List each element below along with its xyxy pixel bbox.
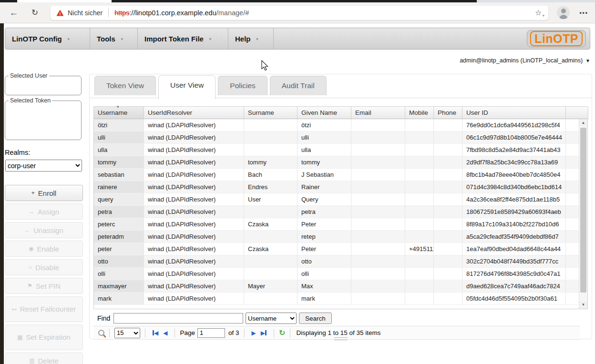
assign-button[interactable]: ↔Assign (5, 203, 83, 220)
cell-resolver: winad (LDAPIdResolver) (144, 218, 244, 231)
column-header-useridresolver[interactable]: UserIdResolver (144, 107, 244, 119)
search-icon[interactable] (98, 330, 104, 336)
cell-phone (434, 144, 462, 156)
next-page-icon[interactable]: ▶ (252, 330, 256, 336)
search-field-select[interactable]: Username (246, 313, 297, 324)
table-row[interactable]: maxmayerwinad (LDAPIdResolver)MayerMaxd9… (94, 280, 587, 293)
table-row[interactable]: petercwinad (LDAPIdResolver)CzaskaPeter8… (94, 218, 587, 231)
set-expiration-button[interactable]: ▦Set Expiration (5, 324, 83, 350)
column-header-phone[interactable]: Phone (434, 107, 462, 119)
cell-email (351, 156, 405, 169)
scroll-up-icon[interactable]: ▲ (579, 119, 587, 127)
table-row[interactable]: peteradmwinad (LDAPIdResolver)retepa5ca2… (94, 231, 587, 243)
cell-phone (434, 293, 462, 305)
cell-email (351, 268, 405, 280)
user-table: Username▾UserIdResolverSurnameGiven Name… (93, 106, 588, 309)
reload-icon[interactable]: ↻ (29, 8, 41, 18)
page-size-select[interactable]: 15 (114, 328, 140, 338)
column-header-empty[interactable] (566, 107, 588, 119)
last-page-icon[interactable]: ▶ (261, 330, 267, 336)
realm-select[interactable]: corp-user (5, 160, 82, 172)
browser-profile-avatar[interactable] (557, 6, 570, 19)
table-row[interactable]: markwinad (LDAPIdResolver)mark05fdc4d46d… (94, 293, 587, 305)
tab-user-view[interactable]: User View (158, 75, 215, 99)
cell-filler (566, 268, 579, 280)
pager-status: Displaying 1 to 15 of 35 items (296, 329, 380, 336)
cell-email (351, 231, 405, 243)
table-row[interactable]: ötziwinad (LDAPIdResolver)ötzi76e9dd0c1d… (94, 119, 587, 131)
menu-tools[interactable]: Tools▼ (90, 28, 138, 49)
cell-username: ötzi (94, 119, 144, 131)
cell-filler (566, 218, 579, 231)
cell-username: ulla (94, 144, 144, 156)
delete-button[interactable]: ▥Delete (5, 353, 83, 364)
menu-import-token-file[interactable]: Import Token File▼ (138, 28, 228, 49)
cell-resolver: winad (LDAPIdResolver) (144, 119, 244, 131)
table-row[interactable]: ulliwinad (LDAPIdResolver)ulli06c1c9d97d… (94, 131, 587, 144)
reset-failcounter-button[interactable]: ↤Reset Failcounter (5, 296, 83, 322)
prev-page-icon[interactable]: ◀ (163, 330, 167, 336)
find-input[interactable] (113, 313, 243, 324)
unassign-button[interactable]: ←Unassign (5, 222, 83, 238)
disable-button[interactable]: ○Disable (5, 259, 83, 275)
tab-token-view[interactable]: Token View (94, 76, 156, 95)
page-input[interactable] (197, 328, 225, 338)
cell-mobile (405, 268, 434, 280)
column-header-email[interactable]: Email (351, 107, 405, 119)
bookmark-star-icon[interactable]: ☆ (535, 8, 543, 17)
column-header-user-id[interactable]: User ID (462, 107, 566, 119)
first-page-icon[interactable]: ◀ (153, 330, 158, 336)
back-icon[interactable]: ← (8, 8, 20, 18)
cell-phone (434, 280, 462, 293)
cell-username: tommy (94, 156, 144, 169)
table-row[interactable]: tommywinad (LDAPIdResolver)tommytommy2d9… (94, 156, 587, 169)
refresh-icon[interactable]: ↻ (279, 328, 285, 337)
cell-resolver: winad (LDAPIdResolver) (144, 156, 244, 169)
browser-toolbar: ← ↻ ! Nicht sicher https://linotp01.corp… (0, 2, 595, 23)
address-bar[interactable]: ! Nicht sicher https://linotp01.corp.exa… (51, 6, 548, 20)
enroll-button[interactable]: +Enroll (5, 185, 83, 201)
table-scrollbar[interactable]: ▲ ▼ (579, 119, 587, 309)
cell-given_name: ötzi (298, 119, 351, 131)
tab-policies[interactable]: Policies (218, 76, 267, 95)
column-header-given-name[interactable]: Given Name (298, 107, 351, 119)
cell-email (351, 206, 405, 218)
desktop-edge (0, 23, 4, 364)
cell-user_id: 8fbc1b4ad78eee40beb7dc4850e4 (462, 169, 566, 181)
security-warning-label: Nicht sicher (68, 9, 103, 17)
cell-username: otto (94, 255, 144, 268)
resize-grip[interactable] (334, 337, 348, 340)
cell-resolver: winad (LDAPIdResolver) (144, 169, 244, 181)
table-row[interactable]: ottowinad (LDAPIdResolver)otto302c2704b0… (94, 255, 587, 268)
table-row[interactable]: peterwinad (LDAPIdResolver)CzaskaPeter+4… (94, 243, 587, 255)
tab-audit-trail[interactable]: Audit Trail (270, 76, 327, 95)
column-header-mobile[interactable]: Mobile (405, 107, 434, 119)
column-header-username[interactable]: Username▾ (94, 107, 144, 119)
table-row[interactable]: ullawinad (LDAPIdResolver)ulla7fbd98c8d5… (94, 144, 587, 156)
set-pin-button[interactable]: ⚑Set PIN (5, 278, 83, 294)
cell-filler (566, 131, 579, 144)
browser-menu-icon[interactable]: ••• (579, 10, 588, 16)
cell-resolver: winad (LDAPIdResolver) (144, 255, 244, 268)
cell-given_name: Max (298, 280, 351, 293)
column-header-surname[interactable]: Surname (244, 107, 298, 119)
table-row[interactable]: rainerewinad (LDAPIdResolver)EndresRaine… (94, 181, 587, 193)
cell-user_id: a5ca29cfeadf354f9409debdf86d7 (462, 231, 566, 243)
url-text[interactable]: https://linotp01.corp.example.edu/manage… (114, 9, 535, 17)
menu-help[interactable]: Help▼ (228, 28, 274, 49)
table-row[interactable]: olliwinad (LDAPIdResolver)olli817276d479… (94, 268, 587, 280)
cell-mobile (405, 119, 434, 131)
search-button[interactable]: Search (299, 313, 332, 324)
table-row[interactable]: sebastianwinad (LDAPIdResolver)BachJ Seb… (94, 169, 587, 181)
cell-surname: Bach (244, 169, 298, 181)
scrollbar-thumb[interactable] (580, 128, 586, 293)
table-row[interactable]: querywinad (LDAPIdResolver)UserQuery4a2c… (94, 193, 587, 206)
session-user-menu[interactable]: admin@linotp_admins (LinOTP_local_admins… (460, 57, 590, 64)
cell-mobile (405, 280, 434, 293)
table-row[interactable]: petrawinad (LDAPIdResolver)petra18067259… (94, 206, 587, 218)
menu-linotp-config[interactable]: LinOTP Config▼ (5, 28, 90, 49)
chevron-down-icon: ▼ (585, 58, 590, 63)
arrow-left-icon: ← (24, 227, 30, 233)
scroll-down-icon[interactable]: ▼ (579, 301, 587, 309)
enable-button[interactable]: ◉Enable (5, 241, 83, 257)
